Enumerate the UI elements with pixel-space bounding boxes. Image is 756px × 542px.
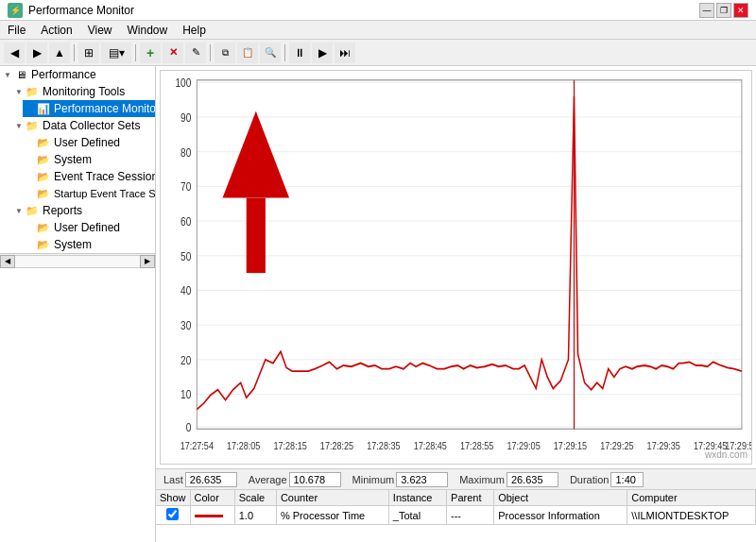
menu-action[interactable]: Action (33, 21, 79, 39)
svg-text:17:29:05: 17:29:05 (507, 440, 541, 451)
user-defined-label: User Defined (54, 136, 120, 149)
svg-text:0: 0 (186, 421, 192, 433)
separator-2 (135, 44, 136, 61)
svg-text:17:29:45: 17:29:45 (694, 440, 728, 451)
user-defined-icon: 📂 (36, 135, 51, 150)
view-dropdown-button[interactable]: ▤▾ (101, 42, 131, 63)
add-button[interactable]: + (140, 42, 161, 63)
svg-text:17:29:53: 17:29:53 (725, 440, 751, 451)
scroll-right-btn[interactable]: ▶ (140, 255, 155, 268)
last-value: 26.635 (185, 472, 237, 487)
stats-bar: Last 26.635 Average 10.678 Minimum 3.623… (156, 468, 756, 489)
color-indicator (195, 515, 223, 517)
search-button[interactable]: 🔍 (260, 42, 281, 63)
table-header-row: Show Color Scale Counter Instance Parent… (156, 490, 756, 506)
svg-text:40: 40 (180, 284, 191, 296)
main-content: ▼ 🖥 Performance ▼ 📁 Monitoring Tools 📊 P… (0, 66, 756, 542)
next-button[interactable]: ⏭ (335, 42, 355, 63)
tree-startup-event-trace[interactable]: 📂 Startup Event Trace Sess (23, 185, 155, 202)
col-scale: Scale (234, 490, 276, 506)
minimum-value: 3.623 (396, 472, 448, 487)
svg-text:50: 50 (180, 250, 191, 263)
restore-button[interactable]: ❐ (716, 3, 731, 18)
row-computer: \\ILMIONTDESKTOP (627, 506, 756, 525)
svg-text:17:28:35: 17:28:35 (367, 440, 401, 451)
row-parent: --- (447, 506, 494, 525)
svg-text:70: 70 (180, 180, 191, 193)
svg-text:20: 20 (180, 354, 191, 366)
startup-icon: 📂 (36, 186, 51, 201)
menu-help[interactable]: Help (175, 21, 214, 39)
system-label: System (54, 153, 92, 166)
tree-root[interactable]: ▼ 🖥 Performance (0, 66, 155, 83)
menu-file[interactable]: File (0, 21, 33, 39)
row-scale: 1.0 (234, 506, 276, 525)
show-hide-button[interactable]: ⊞ (78, 42, 99, 63)
forward-button[interactable]: ▶ (26, 42, 47, 63)
maximum-value: 26.635 (507, 472, 558, 487)
svg-text:17:28:55: 17:28:55 (460, 440, 494, 451)
svg-text:30: 30 (180, 319, 191, 331)
copy-button[interactable]: ⧉ (215, 42, 235, 63)
svg-text:17:29:35: 17:29:35 (647, 440, 681, 451)
reports-icon: 📁 (25, 203, 40, 218)
duration-value: 1:40 (610, 472, 644, 487)
row-show[interactable] (156, 506, 190, 525)
tree-performance-monitor[interactable]: 📊 Performance Monitor (23, 100, 155, 117)
svg-text:17:28:45: 17:28:45 (414, 440, 448, 451)
reports-user-icon: 📂 (36, 220, 51, 235)
stat-last: Last 26.635 (163, 472, 237, 487)
performance-icon: 🖥 (13, 67, 28, 82)
row-color (190, 506, 234, 525)
row-counter: % Processor Time (276, 506, 388, 525)
freeze-button[interactable]: ⏸ (289, 42, 310, 63)
tree-monitoring-tools[interactable]: ▼ 📁 Monitoring Tools (11, 83, 155, 100)
expand-reports[interactable]: ▼ (13, 205, 25, 216)
svg-text:10: 10 (180, 389, 191, 401)
table-row[interactable]: 1.0 % Processor Time _Total --- Processo… (156, 506, 756, 525)
scroll-track (15, 255, 140, 268)
menu-window[interactable]: Window (120, 21, 176, 39)
col-parent: Parent (447, 490, 494, 506)
expand-dcs[interactable]: ▼ (13, 120, 25, 131)
svg-text:90: 90 (180, 111, 191, 124)
expand-monitoring[interactable]: ▼ (13, 86, 25, 97)
delete-button[interactable]: ✕ (163, 42, 183, 63)
tree-event-trace[interactable]: 📂 Event Trace Sessions (23, 168, 155, 185)
tree-reports-system[interactable]: 📂 System (23, 236, 155, 253)
app-icon: ⚡ (8, 3, 23, 18)
left-panel-scrollbar[interactable]: ◀ ▶ (0, 253, 155, 268)
svg-text:17:29:15: 17:29:15 (554, 440, 588, 451)
window-controls: — ❐ ✕ (699, 3, 748, 18)
right-panel: 100 90 80 70 60 50 40 30 20 10 0 (156, 66, 756, 542)
minimum-label: Minimum (352, 474, 395, 485)
title-bar: ⚡ Performance Monitor — ❐ ✕ (0, 0, 756, 21)
col-counter: Counter (276, 490, 388, 506)
tree-reports-user-defined[interactable]: 📂 User Defined (23, 219, 155, 236)
minimize-button[interactable]: — (699, 3, 714, 18)
highlight-button[interactable]: ✎ (185, 42, 206, 63)
svg-text:17:27:54: 17:27:54 (180, 440, 215, 451)
last-label: Last (163, 474, 183, 485)
play-button[interactable]: ▶ (312, 42, 333, 63)
up-button[interactable]: ▲ (49, 42, 70, 63)
dcs-label: Data Collector Sets (43, 119, 140, 132)
tree-system[interactable]: 📂 System (23, 151, 155, 168)
tree-reports[interactable]: ▼ 📁 Reports (11, 202, 155, 219)
scroll-left-btn[interactable]: ◀ (0, 255, 15, 268)
close-button[interactable]: ✕ (733, 3, 748, 18)
stat-duration: Duration 1:40 (570, 472, 644, 487)
tree-root-label: Performance (31, 68, 96, 81)
tree-user-defined[interactable]: 📂 User Defined (23, 134, 155, 151)
menu-view[interactable]: View (80, 21, 120, 39)
separator-4 (284, 44, 285, 61)
expand-performance[interactable]: ▼ (2, 69, 13, 80)
show-checkbox[interactable] (166, 508, 179, 520)
tree-data-collector-sets[interactable]: ▼ 📁 Data Collector Sets (11, 117, 155, 134)
svg-rect-25 (247, 198, 266, 274)
back-button[interactable]: ◀ (4, 42, 25, 63)
paste-button[interactable]: 📋 (237, 42, 258, 63)
menu-bar: File Action View Window Help (0, 21, 756, 40)
system-icon: 📂 (36, 152, 51, 167)
performance-chart: 100 90 80 70 60 50 40 30 20 10 0 (161, 71, 751, 464)
